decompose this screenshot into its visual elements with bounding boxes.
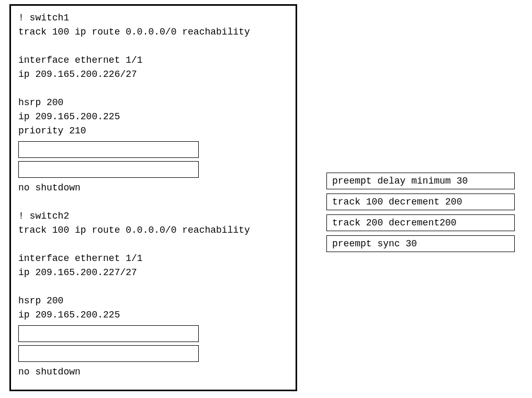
drop-slot-4[interactable] bbox=[18, 345, 199, 362]
switch1-priority: priority 210 bbox=[18, 124, 288, 138]
blank-line bbox=[18, 237, 288, 252]
options-panel: preempt delay minimum 30 track 100 decre… bbox=[326, 173, 515, 256]
blank-line bbox=[18, 82, 288, 96]
switch1-hsrp-ip: ip 209.165.200.225 bbox=[18, 110, 288, 124]
drop-slot-1[interactable] bbox=[18, 141, 199, 158]
switch2-hsrp-ip: ip 209.165.200.225 bbox=[18, 308, 288, 322]
option-item-2[interactable]: track 100 decrement 200 bbox=[326, 194, 515, 210]
blank-line bbox=[18, 39, 288, 53]
blank-line bbox=[18, 280, 288, 294]
configuration-box: ! switch1 track 100 ip route 0.0.0.0/0 r… bbox=[9, 4, 297, 391]
option-item-3[interactable]: track 200 decrement200 bbox=[326, 214, 515, 231]
switch2-track: track 100 ip route 0.0.0.0/0 reachabilit… bbox=[18, 223, 288, 237]
switch2-no-shutdown: no shutdown bbox=[18, 365, 288, 379]
option-item-4[interactable]: preempt sync 30 bbox=[326, 235, 515, 252]
blank-line bbox=[18, 195, 288, 209]
switch2-interface: interface ethernet 1/1 bbox=[18, 252, 288, 266]
switch2-comment: ! switch2 bbox=[18, 209, 288, 223]
switch2-ip-if: ip 209.165.200.227/27 bbox=[18, 266, 288, 280]
option-item-1[interactable]: preempt delay minimum 30 bbox=[326, 173, 515, 189]
switch1-no-shutdown: no shutdown bbox=[18, 181, 288, 195]
drop-slot-3[interactable] bbox=[18, 325, 199, 342]
switch1-ip-if: ip 209.165.200.226/27 bbox=[18, 67, 288, 82]
drop-slot-2[interactable] bbox=[18, 161, 199, 178]
switch1-track: track 100 ip route 0.0.0.0/0 reachabilit… bbox=[18, 25, 288, 39]
switch2-hsrp: hsrp 200 bbox=[18, 294, 288, 308]
switch1-comment: ! switch1 bbox=[18, 11, 288, 25]
switch1-hsrp: hsrp 200 bbox=[18, 96, 288, 110]
switch1-interface: interface ethernet 1/1 bbox=[18, 53, 288, 67]
